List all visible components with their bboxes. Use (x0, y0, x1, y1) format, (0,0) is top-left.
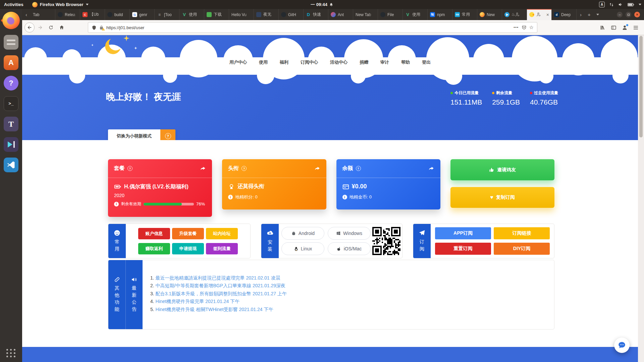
quick-action-button[interactable]: 赚取返利 (138, 243, 170, 254)
forward-button[interactable] (35, 22, 45, 33)
clock[interactable]: 一 09:44 (311, 2, 333, 8)
quick-action-button[interactable]: 账户信息 (138, 228, 170, 239)
install-button-linux[interactable]: Linux (281, 242, 324, 255)
quick-action-button[interactable]: 签到流量 (206, 243, 238, 254)
show-applications-button[interactable] (0, 349, 22, 357)
system-tray[interactable]: A (599, 2, 641, 7)
browser-tab[interactable]: ♨几 (502, 9, 527, 20)
chat-button[interactable] (614, 338, 630, 353)
announcement-link[interactable]: 中高短期/中等長期套餐新增BGP入口華東專線 2021.01.29深夜 (156, 283, 285, 288)
library-icon[interactable] (600, 25, 605, 31)
nav-item[interactable]: 福利 (280, 59, 288, 65)
dock-item-vscode[interactable] (0, 158, 22, 172)
announcement-link[interactable]: 配合3.1新版本升級，所有餘額調整到抵扣金幣 2021.01.27 上午 (156, 291, 287, 296)
chevron-down-icon[interactable] (639, 4, 641, 5)
copy-subscription-button[interactable]: ♥ 复制订阅 (450, 187, 554, 208)
help-icon[interactable]: ? (241, 166, 247, 171)
browser-tab[interactable]: 夜无 (254, 9, 279, 20)
nav-item[interactable]: 订阅中心 (301, 59, 318, 65)
scrollbar-thumb[interactable] (639, 36, 643, 137)
quick-action-button[interactable]: 站内论坛 (206, 228, 238, 239)
browser-tab[interactable]: Ggenr (130, 9, 155, 20)
browser-tab[interactable]: Tab (31, 9, 55, 20)
dock-item-text-editor[interactable]: T (0, 117, 22, 131)
subscription-button[interactable]: DIY订阅 (494, 243, 550, 255)
subscription-button[interactable]: 订阅链接 (494, 227, 550, 239)
menu-icon[interactable] (633, 25, 639, 31)
dock-item-ubuntu-software[interactable]: A (0, 55, 22, 70)
browser-tab[interactable]: 下载 (204, 9, 229, 20)
scroll-tabs-right-icon[interactable]: › (577, 9, 585, 20)
browser-tab[interactable]: Ant (328, 9, 353, 20)
activities-button[interactable]: Activities (4, 2, 23, 7)
pocket-icon[interactable] (522, 25, 527, 30)
close-button[interactable]: × (634, 12, 640, 17)
share-icon[interactable] (428, 166, 434, 172)
lock-icon[interactable] (99, 25, 104, 30)
tab-close-icon[interactable]: × (546, 12, 549, 17)
browser-tab[interactable]: New Tab (353, 9, 378, 20)
dock-item-files[interactable] (0, 35, 22, 50)
battery-icon[interactable] (628, 3, 634, 7)
bookmark-star-icon[interactable]: ☆ (529, 24, 534, 31)
tab-install[interactable]: 安装 (261, 224, 279, 258)
dock-item-remote-app[interactable] (0, 137, 22, 152)
network-icon[interactable] (609, 2, 614, 7)
input-method-icon[interactable]: A (599, 2, 605, 7)
tab-latest-announcements[interactable]: 最新公告 (125, 260, 143, 329)
help-icon[interactable]: ? (160, 129, 175, 140)
account-icon[interactable] (622, 25, 628, 31)
install-button-apple[interactable]: iOS/Mac (328, 242, 371, 255)
browser-tab[interactable]: EB常用 (452, 9, 477, 20)
nav-item[interactable]: 捐赠 (360, 59, 368, 65)
url-text[interactable]: https://j01.best/user (106, 25, 511, 30)
dock-item-help[interactable]: ? (0, 76, 22, 90)
browser-tab[interactable]: V使用 (179, 9, 204, 20)
volume-icon[interactable] (618, 2, 623, 7)
app-menu[interactable]: Firefox Web Browser (32, 2, 89, 7)
back-button[interactable] (24, 22, 35, 33)
page-actions-icon[interactable]: ⋯ (514, 24, 519, 31)
browser-tab[interactable]: New (477, 9, 502, 20)
home-button[interactable] (57, 22, 67, 33)
scroll-tabs-left-icon[interactable]: ‹ (22, 9, 31, 20)
browser-tab[interactable]: V使用 (403, 9, 428, 20)
sidebar-icon[interactable] (611, 25, 616, 31)
mode-switch-button[interactable]: 切换为小萌新模式 ? (108, 129, 175, 140)
invite-button[interactable]: 邀请鸡友 (450, 159, 554, 180)
share-icon[interactable] (314, 166, 320, 172)
install-button-windows[interactable]: Windows (328, 227, 371, 240)
browser-tab[interactable]: C【Ub (80, 9, 105, 20)
quick-action-button[interactable]: 升级套餐 (172, 228, 204, 239)
minimize-button[interactable]: – (617, 12, 623, 17)
shield-icon[interactable] (92, 25, 97, 30)
announcement-link[interactable]: Hinet機房硬件升級完畢 2021.01.24 下午 (156, 299, 240, 304)
share-icon[interactable] (200, 166, 206, 172)
dock-item-firefox[interactable] (0, 12, 22, 29)
nav-item[interactable]: 使用 (259, 59, 268, 65)
subscription-button[interactable]: 重置订阅 (435, 243, 491, 255)
nav-item[interactable]: 审计 (380, 59, 389, 65)
nav-item[interactable]: 帮助 (401, 59, 410, 65)
subscription-button[interactable]: APP订阅 (435, 227, 491, 239)
help-icon[interactable]: ? (356, 166, 361, 171)
tab-other-functions[interactable]: 其他功能 (108, 260, 125, 329)
browser-tab[interactable]: GitH (279, 9, 304, 20)
announcement-link[interactable]: 最近一批地精邀請返利提現已提現處理完畢 2021.02.01 凌晨 (156, 275, 280, 281)
help-icon[interactable]: ? (127, 166, 132, 171)
tab-quick[interactable]: 常用 (108, 224, 126, 258)
quick-action-button[interactable]: 申请提现 (172, 243, 204, 254)
reload-button[interactable] (46, 22, 56, 33)
browser-tab[interactable]: ≡[Too (155, 9, 179, 20)
list-tabs-icon[interactable] (593, 9, 602, 20)
browser-tab[interactable]: 知npm (428, 9, 452, 20)
maximize-button[interactable] (626, 12, 631, 17)
new-tab-button[interactable]: + (585, 9, 593, 20)
install-button-android[interactable]: Android (281, 227, 324, 240)
browser-tab[interactable]: Relea (55, 9, 80, 20)
browser-tab[interactable]: 几× (527, 9, 552, 20)
nav-item[interactable]: 登出 (422, 59, 431, 65)
scrollbar[interactable] (638, 35, 644, 362)
browser-tab[interactable]: build (105, 9, 130, 20)
url-bar[interactable]: https://j01.best/user ⋯ ☆ (88, 22, 537, 33)
